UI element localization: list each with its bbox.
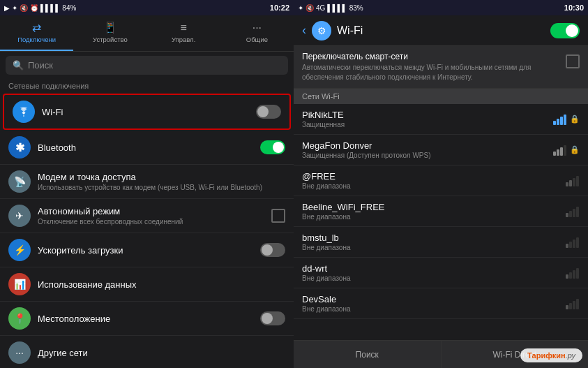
svg-rect-26: [573, 301, 575, 309]
megafon-status: Защищенная (Доступен протокол WPS): [302, 152, 553, 159]
wifi-network-ddwrt[interactable]: dd-wrt Вне диапазона: [294, 258, 588, 288]
svg-rect-3: [564, 115, 566, 125]
pikniklte-name: PikNikLTE: [302, 110, 553, 120]
tab-connections-label: Подключени: [17, 36, 56, 43]
tab-device[interactable]: 📱 Устройство: [73, 15, 146, 51]
settings-list: Wi-Fi ✱ Bluetooth 📡 Модем: [0, 93, 294, 368]
svg-rect-4: [553, 152, 556, 156]
svg-rect-23: [576, 268, 579, 279]
watermark-brand: Тарифкин: [527, 351, 566, 360]
svg-rect-13: [569, 211, 572, 217]
wifi-network-list: PikNikLTE Защищенная 🔒: [294, 104, 588, 340]
tether-icon: 📡: [8, 170, 31, 193]
megafon-name: MegaFon Donver: [302, 140, 553, 151]
tether-text: Модем и точка доступа Использовать устро…: [38, 172, 285, 192]
devsale-signal: [566, 298, 580, 309]
speed-title: Ускоритель загрузки: [38, 245, 260, 256]
connections-icon: ⇄: [32, 22, 41, 34]
pikniklte-text: PikNikLTE Защищенная: [302, 110, 553, 128]
svg-rect-22: [573, 270, 575, 279]
bluetooth-toggle[interactable]: [260, 140, 285, 154]
general-icon: ···: [252, 22, 262, 34]
bmstu-signal: [566, 237, 580, 248]
right-battery-icon: 83%: [349, 4, 363, 12]
wifi-title: Wi-Fi: [42, 107, 256, 117]
svg-rect-24: [566, 305, 568, 309]
watermark-domain: .ру: [566, 351, 575, 360]
smart-network-title: Переключатель смарт-сети: [302, 52, 560, 61]
tether-title: Модем и точка доступа: [38, 172, 285, 182]
svg-rect-10: [573, 178, 575, 186]
wifi-settings-gear: ⚙: [312, 21, 331, 41]
svg-rect-16: [566, 244, 568, 248]
search-bar[interactable]: 🔍 Поиск: [6, 56, 288, 75]
setting-item-airplane[interactable]: ✈ Автономный режим Отключение всех беспр…: [0, 199, 294, 233]
speed-icon: ⚡: [8, 239, 31, 261]
setting-item-location[interactable]: 📍 Местоположение: [0, 302, 294, 336]
airplane-icon: ✈: [8, 205, 31, 227]
free-text: @FREE Вне диапазона: [302, 171, 566, 190]
tab-general[interactable]: ··· Общие: [220, 15, 294, 51]
right-signal-icon: ▌▌▌▌: [327, 4, 347, 12]
pikniklte-status: Защищенная: [302, 121, 553, 128]
airplane-checkbox[interactable]: [271, 209, 285, 223]
left-status-icons: ▶ ✦ 🔇 ⏰ ▌▌▌▌ 84%: [4, 4, 76, 12]
ddwrt-status: Вне диапазона: [302, 274, 566, 282]
setting-item-bluetooth[interactable]: ✱ Bluetooth: [0, 131, 294, 165]
wifi-toggle[interactable]: [256, 105, 281, 119]
wifi-network-beeline[interactable]: Beeline_WiFi_FREE Вне диапазона: [294, 196, 588, 227]
svg-rect-8: [566, 182, 568, 186]
bluetooth-text: Bluetooth: [38, 142, 260, 153]
megafon-signal: 🔒: [553, 145, 580, 156]
setting-item-more[interactable]: ··· Другие сети: [0, 336, 294, 368]
device-icon: 📱: [103, 22, 117, 34]
data-text: Использование данных: [38, 279, 285, 290]
smart-network-subtitle: Автоматически переключаться между Wi-Fi …: [302, 63, 560, 82]
svg-rect-6: [560, 147, 563, 156]
wifi-main-toggle[interactable]: [550, 23, 580, 38]
svg-rect-14: [573, 209, 575, 217]
svg-rect-18: [573, 240, 575, 248]
bluetooth-icon: ✱: [8, 136, 31, 159]
right-wrapper: ‹ ⚙ Wi-Fi Переключатель смарт-сети Автом…: [294, 15, 588, 368]
wifi-network-free[interactable]: @FREE Вне диапазона: [294, 165, 588, 196]
svg-rect-12: [566, 213, 568, 217]
more-title: Другие сети: [38, 348, 285, 358]
tab-connections[interactable]: ⇄ Подключени: [0, 15, 73, 51]
ddwrt-name: dd-wrt: [302, 263, 566, 274]
svg-rect-7: [564, 145, 566, 156]
devsale-name: DevSale: [302, 294, 566, 304]
tab-bar: ⇄ Подключени 📱 Устройство ≡ Управл. ··· …: [0, 15, 294, 52]
search-button[interactable]: Поиск: [294, 341, 442, 368]
right-4g-icon: 4G: [316, 4, 325, 12]
smart-network-checkbox[interactable]: [566, 54, 580, 68]
bmstu-text: bmstu_lb Вне диапазона: [302, 233, 566, 251]
back-button[interactable]: ‹: [302, 23, 306, 38]
speed-toggle[interactable]: [260, 243, 285, 257]
wifi-network-pikniklte[interactable]: PikNikLTE Защищенная 🔒: [294, 104, 588, 135]
setting-item-wifi[interactable]: Wi-Fi: [3, 94, 291, 130]
volume-icon: 🔇: [20, 4, 28, 12]
setting-item-speed[interactable]: ⚡ Ускоритель загрузки: [0, 233, 294, 267]
tab-manage[interactable]: ≡ Управл.: [147, 15, 220, 51]
play-icon: ▶: [4, 4, 10, 12]
wifi-network-devsale[interactable]: DevSale Вне диапазона: [294, 288, 588, 319]
wifi-network-megafon[interactable]: MegaFon Donver Защищенная (Доступен прот…: [294, 135, 588, 165]
svg-rect-1: [557, 119, 559, 125]
setting-item-tether[interactable]: 📡 Модем и точка доступа Использовать уст…: [0, 165, 294, 199]
svg-rect-27: [576, 299, 579, 309]
right-panel: ‹ ⚙ Wi-Fi Переключатель смарт-сети Автом…: [294, 15, 588, 368]
search-placeholder: Поиск: [28, 60, 53, 71]
location-title: Местоположение: [38, 314, 260, 324]
speed-text: Ускоритель загрузки: [38, 245, 260, 256]
svg-rect-15: [576, 207, 579, 217]
wifi-network-bmstu[interactable]: bmstu_lb Вне диапазона: [294, 227, 588, 258]
alarm-icon: ⏰: [30, 4, 38, 12]
location-toggle[interactable]: [260, 311, 285, 325]
section-header-networks: Сетевые подключения: [0, 79, 294, 93]
setting-item-data[interactable]: 📊 Использование данных: [0, 267, 294, 302]
beeline-text: Beeline_WiFi_FREE Вне диапазона: [302, 202, 566, 221]
data-title: Использование данных: [38, 279, 285, 290]
bt-status-icon: ✦: [12, 4, 17, 12]
right-status-icons: ✦ 🔇 4G ▌▌▌▌ 83%: [298, 4, 363, 12]
